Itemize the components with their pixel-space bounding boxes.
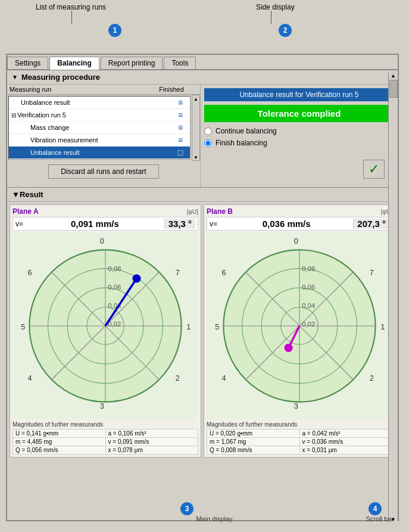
tolerance-box: Tolerance complied (204, 105, 394, 122)
tab-report-printing[interactable]: Report printing (101, 57, 163, 69)
tab-tools[interactable]: Tools (164, 57, 196, 69)
svg-text:5: 5 (215, 322, 219, 331)
mag-a-1: a = 0,106 m/s² (106, 430, 198, 437)
svg-text:4: 4 (222, 374, 226, 382)
radio-finish[interactable]: Finish balancing (204, 139, 394, 147)
svg-text:6: 6 (222, 268, 226, 277)
plane-a: Plane A [φU] v= 0,091 mm/s 33,3 ° (10, 204, 201, 458)
scrollbar-thumb[interactable] (389, 80, 398, 98)
left-panel: Measuring run Finished Unbalance result … (7, 85, 201, 187)
plane-b-magnitudes-title: Magnitudes of further measurands (207, 421, 392, 428)
plane-b-svg: 0,08 0,06 0,04 0,02 0 1 2 3 4 5 6 7 (207, 233, 392, 419)
run-label-0: Unbalance result (21, 99, 173, 106)
run-item-2[interactable]: Mass change ≡ (9, 122, 190, 134)
svg-text:7: 7 (176, 268, 180, 277)
plane-a-v-label: v= (15, 220, 23, 228)
run-item-1[interactable]: ⊟ Verification run 5 ≡ (9, 109, 190, 122)
annotation-line-2 (271, 11, 271, 24)
plane-b-angle: 207,3 ° (353, 219, 389, 229)
plane-a-magnitudes: Magnitudes of further measurands U = 0,1… (13, 421, 198, 455)
main-window: Settings Balancing Report printing Tools… (6, 54, 399, 521)
radio-finish-input[interactable] (204, 139, 212, 147)
mag-a-5: x = 0,078 μm (106, 446, 198, 454)
top-annotations: List of measuring runs 1 Side display 2 (0, 0, 409, 54)
plane-a-angle: 33,3 ° (164, 219, 195, 229)
scroll-down-btn[interactable]: ▼ (391, 517, 396, 522)
tab-balancing[interactable]: Balancing (49, 57, 99, 70)
plane-b: Plane B [φU] v= 0,036 mm/s 207,3 ° (204, 204, 395, 458)
annotation-bubble-2: 2 (279, 24, 292, 37)
svg-text:7: 7 (370, 268, 374, 277)
svg-text:0,06: 0,06 (302, 284, 315, 291)
right-panel: Unbalance result for Verification run 5 … (201, 85, 398, 187)
svg-text:0: 0 (294, 237, 298, 245)
svg-text:0: 0 (100, 237, 104, 245)
discard-btn-row: Discard all runs and restart (7, 161, 200, 182)
mag-a-0: U = 0,141 g•mm (13, 430, 105, 437)
mag-b-2: m = 1,067 mg (207, 438, 299, 446)
svg-text:0,08: 0,08 (108, 265, 121, 272)
list-scrollbar[interactable]: ▲ ▼ (192, 95, 200, 161)
scroll-up-btn[interactable]: ▲ (391, 73, 396, 79)
plane-a-title: Plane A (13, 207, 39, 216)
mag-b-4: Q = 0,008 mm/s (207, 446, 299, 454)
svg-point-45 (284, 344, 292, 352)
result-header: ▼ Result (7, 188, 398, 202)
scroll-down-icon[interactable]: ▼ (193, 155, 198, 160)
run-icon-4: □ (173, 148, 188, 157)
chevron-icon[interactable]: ▼ (12, 74, 18, 80)
radio-continue-input[interactable] (204, 127, 212, 135)
run-item-4[interactable]: Unbalance result □ (9, 147, 190, 159)
run-icon-2: ≡ (173, 123, 188, 132)
plane-b-v-label: v= (210, 220, 217, 228)
run-icon-1: ≡ (173, 110, 188, 120)
tab-settings[interactable]: Settings (7, 57, 48, 69)
annotation-line-1 (71, 11, 72, 24)
svg-text:1: 1 (186, 322, 191, 331)
mag-a-3: v = 0,091 mm/s (106, 438, 198, 446)
run-icon-0: ≡ (173, 98, 188, 107)
plane-a-svg: 0,08 0,06 0,04 0,02 0 1 2 3 4 5 6 7 (13, 233, 198, 419)
plane-b-value-row: v= 0,036 mm/s 207,3 ° (207, 217, 392, 231)
svg-text:2: 2 (176, 374, 180, 382)
plane-b-magnitudes: Magnitudes of further measurands U = 0,0… (207, 421, 392, 455)
svg-text:0,06: 0,06 (108, 284, 121, 291)
plane-a-value: 0,091 mm/s (26, 219, 164, 229)
svg-text:0,02: 0,02 (302, 321, 315, 328)
plane-b-value: 0,036 mm/s (220, 219, 353, 229)
confirm-button[interactable]: ✓ (363, 160, 385, 179)
svg-text:3: 3 (100, 402, 104, 410)
svg-text:4: 4 (28, 374, 32, 382)
run-item-0[interactable]: Unbalance result ≡ (9, 97, 190, 109)
radio-continue[interactable]: Continue balancing (204, 127, 394, 135)
verification-header: Unbalance result for Verification run 5 (204, 88, 394, 101)
annotation-bubble-1: 1 (108, 24, 121, 37)
col-measuring-run: Measuring run (10, 86, 154, 93)
svg-text:5: 5 (21, 322, 25, 331)
svg-text:3: 3 (294, 402, 298, 410)
plane-a-chart: 0,08 0,06 0,04 0,02 0 1 2 3 4 5 6 7 (13, 233, 198, 419)
col-finished: Finished (154, 86, 189, 93)
mag-a-4: Q = 0,056 mm/s (13, 446, 105, 454)
run-label-4: Unbalance result (30, 149, 173, 156)
radio-finish-label: Finish balancing (216, 139, 267, 147)
mag-b-1: a = 0,042 m/s² (300, 430, 392, 437)
right-panel-inner: Unbalance result for Verification run 5 … (204, 88, 394, 183)
plane-a-value-row: v= 0,091 mm/s 33,3 ° (13, 217, 198, 231)
discard-btn[interactable]: Discard all runs and restart (48, 164, 158, 179)
scroll-up-icon[interactable]: ▲ (193, 97, 198, 102)
svg-text:0,02: 0,02 (108, 321, 121, 328)
plane-a-magnitudes-grid: U = 0,141 g•mm a = 0,106 m/s² m = 4,485 … (13, 429, 198, 455)
plane-b-chart: 0,08 0,06 0,04 0,02 0 1 2 3 4 5 6 7 (207, 233, 392, 419)
result-title: Result (20, 190, 43, 199)
plane-a-unit: [φU] (187, 209, 198, 215)
main-scrollbar[interactable]: ▲ ▼ (388, 73, 398, 522)
checkmark-icon: ✓ (369, 161, 379, 177)
run-label-3: Vibration measurement (30, 136, 173, 144)
run-item-3[interactable]: Vibration measurement ≡ (9, 134, 190, 147)
mag-b-5: x = 0,031 μm (300, 446, 392, 454)
result-chevron-icon: ▼ (12, 190, 20, 199)
measuring-procedure-title: Measuring procedure (21, 73, 100, 82)
plane-b-magnitudes-grid: U = 0,020 g•mm a = 0,042 m/s² m = 1,067 … (207, 429, 392, 455)
runs-row: Unbalance result ≡ ⊟ Verification run 5 … (7, 95, 200, 161)
